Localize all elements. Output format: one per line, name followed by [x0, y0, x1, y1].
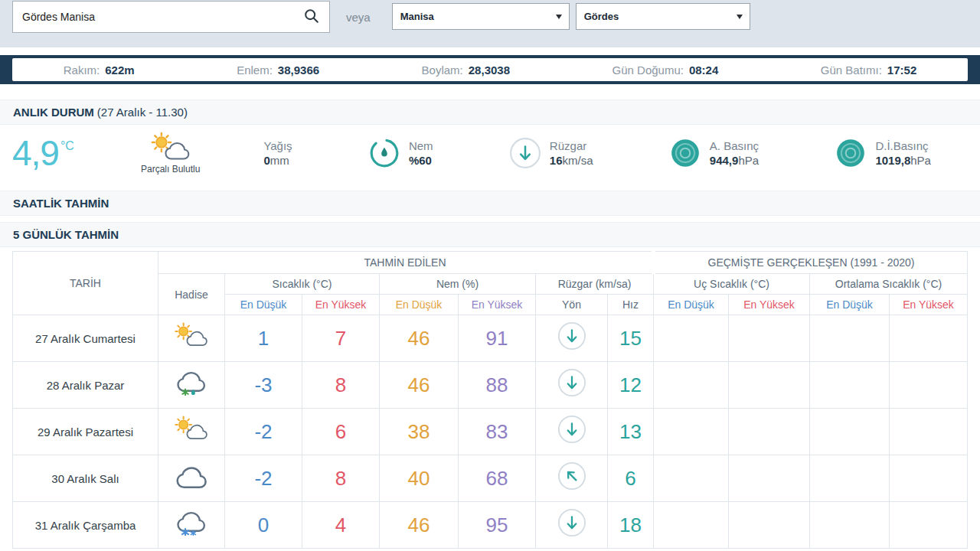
extreme-min-value: [654, 315, 729, 362]
info-value: 17:52: [887, 64, 916, 77]
info-value: 38,9366: [278, 64, 319, 77]
metric-value: 944,9hPa: [710, 154, 759, 167]
metric-value: 1019,8hPa: [875, 154, 931, 167]
metric-label: D.İ.Basınç: [875, 139, 931, 152]
average-min-value: [810, 455, 890, 502]
metric-label: Yağış: [263, 139, 292, 152]
extreme-max-value: [729, 362, 810, 409]
forecast-date: 31 Aralık Çarşamba: [13, 502, 158, 549]
current-temperature: 4,9°C: [12, 132, 141, 174]
temp-min-value: -3: [225, 362, 302, 409]
header-avg-min: En Düşük: [810, 295, 890, 315]
humidity-min-value: 46: [380, 362, 459, 409]
wind-direction-icon: [557, 368, 586, 397]
search-icon: [303, 8, 320, 27]
current-section-title: ANLIK DURUM: [13, 106, 94, 119]
humidity-min-value: 46: [380, 315, 459, 362]
metric-value: 0mm: [263, 154, 289, 167]
weather-icon: [173, 509, 210, 536]
current-metrics: Yağış 0mm Nem %60 Rüzgar 16km/sa A. Bası…: [255, 137, 968, 169]
wind-speed-value: 13: [608, 409, 654, 455]
province-select[interactable]: Manisa: [393, 4, 569, 29]
header-temp-min: En Düşük: [225, 295, 302, 315]
forecast-row: 29 Aralık Pazartesi -2 6 38 83 13: [13, 409, 968, 455]
temperature-value: 4,9: [12, 133, 59, 173]
current-condition: Parçalı Bulutlu: [141, 132, 200, 174]
info-label: Gün Doğumu:: [612, 64, 684, 77]
header-hum-min: En Düşük: [380, 295, 459, 315]
wind-direction-cell: [536, 409, 608, 455]
info-item-longitude: Boylam:28,3038: [422, 64, 510, 77]
info-label: Enlem:: [237, 64, 273, 77]
forecast-table: TARİH TAHMİN EDİLEN GEÇMİŞTE GERÇEKLEŞEN…: [12, 251, 968, 549]
current-section-header: ANLIK DURUM(27 Aralık - 11.30): [0, 99, 980, 125]
wind-direction-icon: [557, 508, 586, 537]
wind-direction-icon: [557, 321, 586, 350]
header-humidity: Nem (%): [380, 274, 536, 295]
header-ext-min: En Düşük: [654, 295, 729, 315]
info-item-altitude: Rakım:622m: [64, 64, 135, 77]
weather-icon: [173, 462, 210, 489]
header-temp-max: En Yüksek: [302, 295, 380, 315]
average-min-value: [810, 409, 890, 455]
humidity-min-value: 38: [380, 409, 459, 455]
current-conditions: 4,9°C Parçalı Bulutlu Yağış 0mm Nem %60 …: [0, 125, 980, 184]
temp-max-value: 8: [302, 455, 380, 502]
temp-max-value: 4: [302, 502, 380, 549]
temp-max-value: 6: [302, 409, 380, 455]
temperature-unit: °C: [60, 139, 74, 152]
metric-label: Nem: [409, 139, 433, 152]
header-group-historical: GEÇMİŞTE GERÇEKLEŞEN (1991 - 2020): [654, 252, 968, 274]
info-item-sunrise: Gün Doğumu:08:24: [612, 64, 719, 77]
header-temperature: Sıcaklık (°C): [225, 274, 380, 295]
district-select-wrap: Gördes: [576, 3, 750, 30]
info-label: Boylam:: [422, 64, 463, 77]
metric-humidity: Nem %60: [368, 137, 433, 169]
partly-cloudy-icon: [149, 132, 192, 163]
weather-icon: [173, 416, 210, 442]
average-max-value: [890, 315, 968, 362]
humidity-min-value: 40: [380, 455, 459, 502]
metric-value: 16km/sa: [550, 154, 593, 167]
location-info-strip: Rakım:622m Enlem:38,9366 Boylam:28,3038 …: [0, 55, 980, 84]
average-max-value: [890, 455, 968, 502]
pressure-gauge-icon: [835, 137, 867, 169]
forecast-row: 31 Aralık Çarşamba 0 4 46 95 18: [13, 502, 968, 549]
metric-label: A. Basınç: [710, 139, 759, 152]
search-input[interactable]: [13, 2, 294, 32]
wind-direction-cell: [536, 502, 608, 549]
header-hum-max: En Yüksek: [459, 295, 536, 315]
extreme-min-value: [654, 455, 729, 502]
weather-condition-cell: [158, 455, 225, 502]
condition-label: Parçalı Bulutlu: [141, 164, 200, 174]
location-info-bar: Rakım:622m Enlem:38,9366 Boylam:28,3038 …: [12, 58, 968, 81]
weather-condition-cell: [158, 315, 225, 362]
or-label: veya: [346, 11, 371, 24]
metric-sea-level-pressure: D.İ.Basınç 1019,8hPa: [835, 137, 931, 169]
humidity-max-value: 83: [459, 409, 536, 455]
weather-icon: [173, 369, 210, 396]
forecast-date: 29 Aralık Pazartesi: [13, 409, 158, 455]
info-label: Gün Batımı:: [821, 64, 882, 77]
search-button[interactable]: [294, 2, 329, 32]
info-item-latitude: Enlem:38,9366: [237, 64, 319, 77]
temp-min-value: -2: [225, 455, 302, 502]
temp-min-value: 0: [225, 502, 302, 549]
province-select-wrap: Manisa: [392, 3, 570, 30]
header-avg-max: En Yüksek: [890, 295, 968, 315]
temp-min-value: 1: [225, 315, 302, 362]
forecast-row: 28 Aralık Pazar -3 8 46 88 12: [13, 362, 968, 409]
humidity-max-value: 95: [459, 502, 536, 549]
humidity-max-value: 91: [459, 315, 536, 362]
average-max-value: [890, 409, 968, 455]
header-ext-max: En Yüksek: [729, 295, 810, 315]
extreme-min-value: [654, 409, 729, 455]
pressure-gauge-icon: [669, 137, 701, 169]
forecast-row: 30 Aralık Salı -2 8 40 68 6: [13, 455, 968, 502]
wind-direction-icon: [557, 415, 586, 444]
wind-direction-cell: [536, 362, 608, 409]
temp-max-value: 7: [302, 315, 380, 362]
district-select[interactable]: Gördes: [577, 4, 750, 29]
current-section-subtitle: (27 Aralık - 11.30): [97, 106, 188, 119]
metric-wind: Rüzgar 16km/sa: [509, 137, 593, 169]
